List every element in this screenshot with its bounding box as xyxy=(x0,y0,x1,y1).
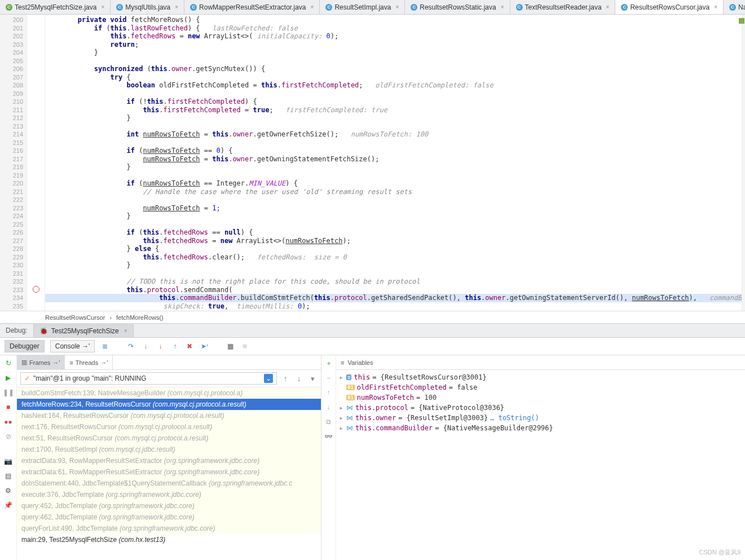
breadcrumb-method[interactable]: fetchMoreRows() xyxy=(116,314,164,321)
chevron-down-icon[interactable]: ⌄ xyxy=(264,374,273,383)
view-breakpoints-icon[interactable]: ●● xyxy=(4,417,13,426)
mute-breakpoints-icon[interactable]: ⊘ xyxy=(4,432,13,441)
variables-tree[interactable]: ▸≡ this = {ResultsetRowsCursor@3001}01 o… xyxy=(336,370,745,435)
stack-frame[interactable]: next:1700, ResultSetImpl (com.mysql.cj.j… xyxy=(17,444,321,455)
force-step-into-icon[interactable]: ↓ xyxy=(156,342,165,351)
variable-row[interactable]: ▸⋈ this.owner = {ResultSetImpl@3003} … t… xyxy=(336,413,745,423)
frames-tab[interactable]: ▥ Frames →' xyxy=(17,355,65,369)
stack-frame[interactable]: next:51, ResultsetRowsCursor (com.mysql.… xyxy=(17,433,321,444)
rerun-icon[interactable]: ↻ xyxy=(4,359,13,368)
java-icon: C xyxy=(729,4,736,11)
java-icon: C xyxy=(116,4,123,11)
filter-frames-button[interactable]: ▾ xyxy=(307,373,318,383)
close-icon[interactable]: × xyxy=(311,4,314,10)
error-stripe xyxy=(742,15,745,311)
editor-tab[interactable]: CResultsetRowsCursor.java× xyxy=(615,0,724,14)
close-icon[interactable]: × xyxy=(501,4,504,10)
debug-body: ↻ ▶ ❚❚ ■ ●● ⊘ 📷 ▤ ⚙ 📌 ▥ Frames →' ≡ Thre… xyxy=(0,355,745,560)
close-icon[interactable]: × xyxy=(124,328,127,334)
step-into-icon[interactable]: ↓ xyxy=(141,342,150,351)
editor-tab[interactable]: CResultsetRowsStatic.java× xyxy=(405,0,510,14)
add-watch-icon[interactable]: ＋ xyxy=(324,359,333,368)
java-icon: C xyxy=(516,4,523,11)
stack-frame[interactable]: main:29, Test25MysqlFetchSize (com.hx.te… xyxy=(17,534,321,545)
close-icon[interactable]: × xyxy=(714,4,717,10)
breadcrumb-class[interactable]: ResultsetRowsCursor xyxy=(45,314,105,321)
remove-watch-icon[interactable]: － xyxy=(324,373,333,382)
settings-icon[interactable]: ⚙ xyxy=(4,486,13,495)
stack-frame[interactable]: hasNext:164, ResultsetRowsCursor (com.my… xyxy=(17,410,321,421)
stack-frame[interactable]: queryForList:490, JdbcTemplate (org.spri… xyxy=(17,523,321,534)
line-gutter: 2002012022032042052062072082092102112122… xyxy=(0,15,27,311)
editor-tab[interactable]: CResultSetImpl.java× xyxy=(320,0,405,14)
stack-frame[interactable]: fetchMoreRows:234, ResultsetRowsCursor (… xyxy=(17,399,321,410)
bug-icon: 🐞 xyxy=(39,327,49,336)
down-icon[interactable]: ↓ xyxy=(324,403,333,412)
threads-tab[interactable]: ≡ Threads →' xyxy=(65,355,113,369)
frames-header: ▥ Frames →' ≡ Threads →' xyxy=(17,355,321,370)
analysis-ok-icon xyxy=(739,18,744,24)
stack-frame[interactable]: query:452, JdbcTemplate (org.springframe… xyxy=(17,500,321,512)
drop-frame-icon[interactable]: ✖ xyxy=(185,342,194,351)
variable-row[interactable]: ▸⋈ this.commandBuilder = {NativeMessageB… xyxy=(336,423,745,433)
java-icon: C xyxy=(325,4,332,11)
editor-tab[interactable]: CTest25MysqlFetchSize.java× xyxy=(0,0,111,14)
run-to-cursor-icon[interactable]: ➤ᶦ xyxy=(200,342,209,351)
variables-header: ≡ Variables xyxy=(336,355,745,370)
pin-icon[interactable]: 📌 xyxy=(4,501,13,510)
close-icon[interactable]: × xyxy=(101,4,104,10)
editor-tab[interactable]: CNativeMe× xyxy=(724,0,745,14)
thread-selector-row: ✓ "main"@1 in group "main": RUNNING ⌄ ↑ … xyxy=(17,370,321,387)
editor-tab[interactable]: CRowMapperResultSetExtractor.java× xyxy=(184,0,320,14)
stack-frame[interactable]: extractData:93, RowMapperResultSetExtrac… xyxy=(17,455,321,466)
next-frame-button[interactable]: ↓ xyxy=(294,373,304,383)
step-out-icon[interactable]: ↑ xyxy=(170,342,179,351)
java-icon: C xyxy=(621,4,628,11)
close-icon[interactable]: × xyxy=(606,4,610,10)
glasses-icon[interactable]: 👓 xyxy=(324,432,333,441)
java-icon: C xyxy=(411,4,417,11)
variable-row[interactable]: 01 oldFirstFetchCompleted = false xyxy=(336,382,745,393)
evaluate-icon[interactable]: ▦ xyxy=(226,342,235,351)
camera-icon[interactable]: 📷 xyxy=(4,457,13,466)
close-icon[interactable]: × xyxy=(395,4,399,10)
pause-icon[interactable]: ❚❚ xyxy=(4,388,13,397)
breadcrumb[interactable]: ResultsetRowsCursor › fetchMoreRows() xyxy=(0,311,745,323)
thread-dump-icon[interactable]: ≣ xyxy=(100,342,109,351)
java-icon: C xyxy=(190,4,197,11)
stop-icon[interactable]: ■ xyxy=(4,403,13,412)
prev-frame-button[interactable]: ↑ xyxy=(280,373,290,383)
editor-tab[interactable]: CTextResultsetReader.java× xyxy=(510,0,616,14)
resume-icon[interactable]: ▶ xyxy=(4,373,13,382)
layout-icon[interactable]: ▤ xyxy=(4,471,13,480)
stack-frame[interactable]: next:176, ResultsetRowsCursor (com.mysql… xyxy=(17,421,321,433)
stack-frames[interactable]: buildComStmtFetch:139, NativeMessageBuil… xyxy=(17,387,321,560)
up-icon[interactable]: ↑ xyxy=(324,388,333,397)
stack-frame[interactable]: execute:376, JdbcTemplate (org.springfra… xyxy=(17,489,321,500)
step-over-icon[interactable]: ↷ xyxy=(126,342,135,351)
debug-session-tab[interactable]: 🐞 Test25MysqlFetchSize × xyxy=(33,324,134,337)
stack-frame[interactable]: query:462, JdbcTemplate (org.springframe… xyxy=(17,512,321,523)
editor-tab[interactable]: CMysqlUtils.java× xyxy=(111,0,184,14)
close-icon[interactable]: × xyxy=(175,4,178,10)
editor-tabs: CTest25MysqlFetchSize.java×CMysqlUtils.j… xyxy=(0,0,745,15)
stack-frame[interactable]: doInStatement:440, JdbcTemplate$1QuerySt… xyxy=(17,478,321,489)
link-icon: ⋈ xyxy=(346,414,353,422)
code-editor: 2002012022032042052062072082092102112122… xyxy=(0,15,745,311)
trace-icon[interactable]: ≋ xyxy=(240,342,249,351)
code-area[interactable]: private void fetchMoreRows() { if (this.… xyxy=(45,15,742,311)
console-tab[interactable]: Console →' xyxy=(50,340,95,352)
variable-row[interactable]: ▸⋈ this.protocol = {NativeProtocol@3036} xyxy=(336,403,745,413)
primitive-icon: 01 xyxy=(346,395,355,400)
copy-icon[interactable]: ⧉ xyxy=(324,417,333,426)
variable-row[interactable]: ▸≡ this = {ResultsetRowsCursor@3001} xyxy=(336,372,745,382)
stack-frame[interactable]: extractData:61, RowMapperResultSetExtrac… xyxy=(17,466,321,478)
debugger-tab[interactable]: Debugger xyxy=(5,340,45,352)
thread-dropdown[interactable]: ✓ "main"@1 in group "main": RUNNING ⌄ xyxy=(20,372,277,385)
object-icon: ≡ xyxy=(346,374,351,380)
variable-row[interactable]: 01 numRowsToFetch = 100 xyxy=(336,393,745,403)
link-icon: ⋈ xyxy=(346,404,353,412)
breakpoint-marker[interactable] xyxy=(33,286,39,293)
frames-panel: ▥ Frames →' ≡ Threads →' ✓ "main"@1 in g… xyxy=(17,355,321,560)
stack-frame[interactable]: buildComStmtFetch:139, NativeMessageBuil… xyxy=(17,387,321,399)
